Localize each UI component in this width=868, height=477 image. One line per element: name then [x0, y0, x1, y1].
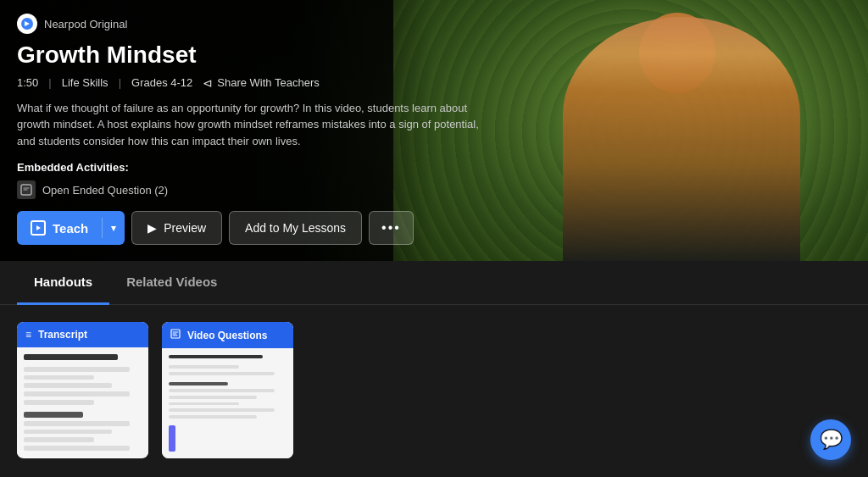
doc-line — [169, 372, 275, 375]
bar-chart-element — [169, 425, 175, 452]
doc-line — [24, 446, 130, 451]
brand-bar: Nearpod Original — [17, 14, 492, 34]
doc-section — [24, 412, 83, 418]
doc-line — [24, 375, 94, 380]
teach-play-icon — [31, 220, 46, 236]
share-label: Share With Teachers — [217, 76, 319, 89]
person-body — [563, 17, 800, 263]
tab-handouts[interactable]: Handouts — [17, 261, 109, 305]
grades: Grades 4-12 — [131, 76, 192, 89]
video-questions-body — [162, 348, 293, 458]
transcript-body — [17, 347, 148, 458]
doc-section — [169, 382, 228, 385]
doc-line — [169, 355, 263, 358]
tab-related-videos-label: Related Videos — [126, 275, 217, 289]
add-lessons-label: Add to My Lessons — [245, 221, 346, 235]
nearpod-logo — [17, 14, 37, 34]
transcript-icon: ≡ — [25, 329, 31, 341]
bottom-section: Handouts Related Videos ≡ Transcript — [0, 261, 868, 477]
doc-line — [169, 415, 257, 419]
action-buttons: Teach ▾ ▶ Preview Add to My Lessons ••• — [17, 211, 492, 245]
tab-handouts-label: Handouts — [34, 275, 92, 289]
handout-card-video-questions[interactable]: Video Questions — [162, 322, 293, 458]
handout-card-transcript[interactable]: ≡ Transcript — [17, 322, 148, 458]
teach-button[interactable]: Teach ▾ — [17, 211, 125, 245]
transcript-title: Transcript — [38, 329, 87, 341]
brand-label: Nearpod Original — [44, 18, 127, 31]
separator-1: | — [48, 76, 51, 89]
doc-line — [169, 402, 239, 406]
teach-dropdown-arrow[interactable]: ▾ — [103, 211, 125, 245]
more-options-button[interactable]: ••• — [369, 211, 414, 245]
doc-line — [24, 367, 130, 372]
activity-item: Open Ended Question (2) — [17, 180, 492, 199]
video-questions-header: Video Questions — [162, 322, 293, 348]
add-to-my-lessons-button[interactable]: Add to My Lessons — [229, 211, 362, 245]
share-button[interactable]: ⊲ Share With Teachers — [203, 76, 319, 90]
preview-button[interactable]: ▶ Preview — [131, 211, 222, 245]
activity-icon — [17, 180, 36, 199]
separator-2: | — [119, 76, 121, 89]
preview-label: Preview — [164, 221, 206, 235]
doc-line — [169, 408, 275, 412]
preview-play-icon: ▶ — [147, 221, 157, 235]
duration: 1:50 — [17, 76, 38, 89]
chat-icon: 💬 — [820, 429, 843, 451]
video-questions-title: Video Questions — [187, 330, 267, 341]
doc-line — [169, 365, 239, 369]
transcript-header: ≡ Transcript — [17, 322, 148, 347]
doc-line — [24, 383, 112, 388]
doc-line — [24, 354, 118, 360]
share-icon: ⊲ — [203, 76, 213, 90]
lesson-title: Growth Mindset — [17, 41, 492, 69]
tab-related-videos[interactable]: Related Videos — [109, 261, 234, 305]
tabs-bar: Handouts Related Videos — [0, 261, 868, 305]
teach-label: Teach — [53, 221, 88, 236]
lesson-meta: 1:50 | Life Skills | Grades 4-12 ⊲ Share… — [17, 76, 492, 90]
subject: Life Skills — [62, 76, 108, 89]
teach-button-main: Teach — [17, 211, 102, 245]
lesson-description: What if we thought of failure as an oppo… — [17, 100, 492, 150]
doc-line — [169, 389, 275, 392]
doc-line — [169, 396, 257, 399]
handouts-content: ≡ Transcript — [0, 305, 868, 475]
more-dots-icon: ••• — [381, 220, 401, 235]
doc-line — [24, 421, 130, 426]
embedded-label: Embedded Activities: — [17, 161, 492, 174]
activity-name: Open Ended Question (2) — [42, 184, 168, 197]
doc-line — [24, 400, 94, 405]
video-questions-icon — [170, 329, 181, 341]
chat-support-button[interactable]: 💬 — [810, 419, 851, 460]
doc-line — [24, 391, 130, 397]
doc-line — [24, 430, 112, 435]
hero-content: Nearpod Original Growth Mindset 1:50 | L… — [0, 0, 509, 258]
doc-line — [24, 437, 94, 442]
